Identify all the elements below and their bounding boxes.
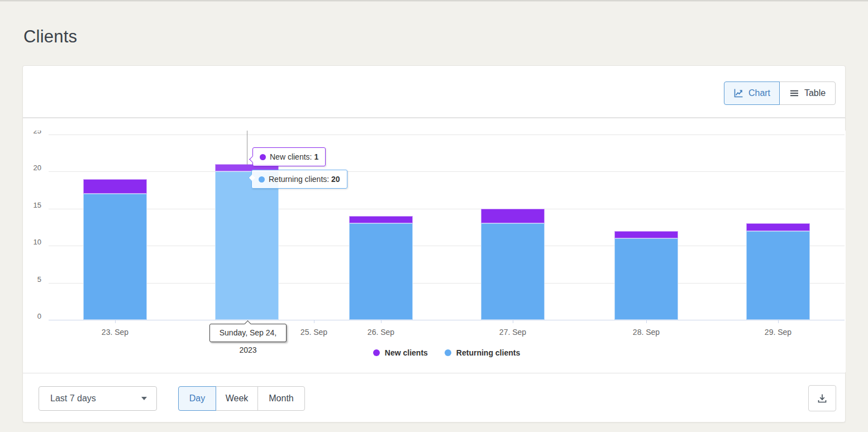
header-divider bbox=[23, 117, 845, 118]
granularity-day-button[interactable]: Day bbox=[178, 386, 216, 411]
tooltip-label: New clients: 1 bbox=[270, 152, 318, 161]
legend-dot-icon bbox=[445, 349, 451, 356]
granularity-week-button[interactable]: Week bbox=[216, 386, 258, 411]
y-axis-label: 25 bbox=[23, 131, 41, 135]
bar-returning-clients[interactable] bbox=[349, 223, 413, 320]
x-axis-tick bbox=[778, 320, 779, 323]
legend-item-new-clients[interactable]: New clients bbox=[373, 348, 428, 357]
new-clients-bullet-icon bbox=[260, 154, 266, 160]
clients-report-card: Chart Table 252015105029. Sep28. Sep27. … bbox=[22, 65, 846, 423]
tooltip-value: 20 bbox=[331, 175, 340, 184]
bar-new-clients[interactable] bbox=[614, 231, 678, 238]
y-axis-label: 5 bbox=[23, 276, 41, 284]
x-axis-tick bbox=[115, 320, 116, 323]
y-axis-label: 10 bbox=[23, 238, 41, 246]
gridline-15 bbox=[49, 209, 845, 209]
bar-new-clients[interactable] bbox=[746, 223, 810, 231]
bar-returning-clients[interactable] bbox=[614, 238, 678, 320]
table-view-button[interactable]: Table bbox=[779, 81, 836, 105]
y-axis-label: 0 bbox=[23, 313, 41, 320]
bar-new-clients[interactable] bbox=[481, 209, 545, 224]
y-axis-label: 15 bbox=[23, 201, 41, 209]
y-axis-label: 20 bbox=[23, 164, 41, 172]
tooltip-new-clients: New clients: 1 bbox=[252, 147, 326, 166]
gridline-10 bbox=[49, 246, 845, 246]
legend-item-returning-clients[interactable]: Returning clients bbox=[445, 348, 520, 357]
x-axis-label: 23. Sep bbox=[82, 328, 149, 337]
window-top-edge bbox=[0, 0, 868, 2]
x-axis-tick bbox=[513, 320, 513, 323]
x-axis-label: 29. Sep bbox=[745, 328, 812, 337]
bar-returning-clients[interactable] bbox=[746, 231, 810, 320]
footer-divider bbox=[23, 373, 845, 373]
gridline-20 bbox=[49, 171, 845, 172]
x-axis-label: 27. Sep bbox=[479, 328, 546, 337]
tooltip-returning-clients: Returning clients: 20 bbox=[251, 170, 347, 189]
tooltip-connector-line bbox=[247, 131, 247, 165]
table-view-label: Table bbox=[804, 88, 826, 98]
download-icon bbox=[816, 392, 828, 405]
gridline-0 bbox=[49, 320, 845, 320]
bar-returning-clients[interactable] bbox=[83, 194, 147, 320]
chart-view-label: Chart bbox=[748, 88, 770, 98]
chart-canvas: 252015105029. Sep28. Sep27. Sep26. Sep25… bbox=[23, 131, 846, 372]
x-axis-tick bbox=[314, 320, 314, 323]
bar-returning-clients[interactable] bbox=[215, 171, 279, 320]
tooltip-up-arrow-icon bbox=[244, 320, 251, 328]
bar-new-clients[interactable] bbox=[83, 179, 147, 194]
date-range-dropdown[interactable]: Last 7 days bbox=[39, 386, 157, 411]
card-header: Chart Table bbox=[23, 66, 845, 117]
legend-label: New clients bbox=[385, 348, 428, 357]
x-axis-label: 28. Sep bbox=[613, 328, 680, 337]
bar-new-clients[interactable] bbox=[349, 216, 413, 223]
date-range-value: Last 7 days bbox=[50, 393, 96, 404]
tooltip-value: 1 bbox=[314, 152, 318, 161]
x-axis-label: 25. Sep bbox=[280, 328, 347, 337]
date-tooltip: Sunday, Sep 24, 2023 bbox=[209, 324, 287, 342]
tooltip-label: Returning clients: 20 bbox=[269, 175, 340, 184]
table-list-icon bbox=[789, 88, 799, 98]
download-button[interactable] bbox=[808, 385, 836, 411]
gridline-25 bbox=[49, 135, 845, 135]
gridline-5 bbox=[49, 283, 845, 284]
legend-dot-icon bbox=[373, 349, 380, 356]
x-axis-tick bbox=[646, 320, 647, 323]
tooltip-anchor-icon bbox=[249, 156, 256, 163]
legend-label: Returning clients bbox=[456, 348, 520, 357]
x-axis-tick bbox=[381, 320, 381, 323]
caret-down-icon bbox=[141, 397, 147, 400]
line-chart-icon bbox=[733, 88, 743, 98]
returning-clients-bullet-icon bbox=[259, 176, 265, 183]
chart-legend: New clientsReturning clients bbox=[49, 347, 845, 358]
page-title: Clients bbox=[23, 27, 77, 47]
chart-view-button[interactable]: Chart bbox=[724, 81, 780, 105]
x-axis-label: 26. Sep bbox=[347, 328, 414, 337]
bar-returning-clients[interactable] bbox=[481, 223, 545, 320]
granularity-month-button[interactable]: Month bbox=[257, 386, 305, 411]
